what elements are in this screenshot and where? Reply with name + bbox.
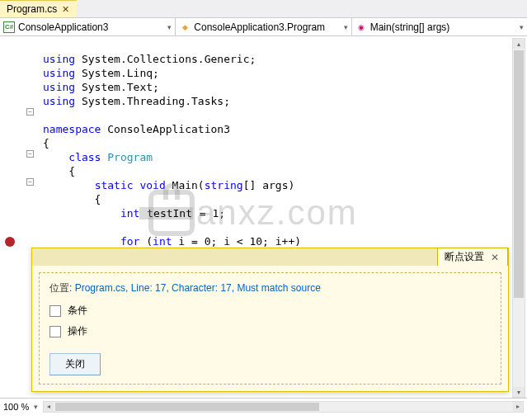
- scroll-left-icon[interactable]: ◂: [44, 402, 54, 412]
- fold-toggle[interactable]: −: [26, 178, 34, 186]
- csharp-icon: C#: [3, 21, 15, 33]
- breakpoint-gutter[interactable]: [0, 36, 25, 398]
- method-icon: ◉: [355, 21, 367, 33]
- status-bar: 100 % ▾ ◂ ▸: [0, 398, 527, 414]
- chevron-down-icon: ▾: [520, 23, 524, 31]
- chevron-down-icon[interactable]: ▾: [34, 403, 38, 411]
- action-row: 操作: [49, 324, 491, 338]
- action-checkbox[interactable]: [49, 326, 61, 337]
- horizontal-scrollbar[interactable]: ◂ ▸: [43, 401, 524, 413]
- navigation-bar: C# ConsoleApplication3 ▾ ◆ ConsoleApplic…: [0, 18, 527, 36]
- action-label: 操作: [68, 324, 87, 338]
- scope-dropdown[interactable]: C# ConsoleApplication3 ▾: [0, 18, 176, 35]
- chevron-down-icon: ▾: [344, 23, 348, 31]
- fold-toggle[interactable]: −: [26, 150, 34, 158]
- breakpoint-settings-popup: 断点设置 ✕ 位置: Program.cs, Line: 17, Charact…: [31, 248, 509, 392]
- chevron-down-icon: ▾: [167, 23, 172, 31]
- scroll-thumb[interactable]: [55, 403, 319, 411]
- close-icon[interactable]: ✕: [60, 4, 70, 14]
- scroll-thumb[interactable]: [514, 50, 524, 298]
- scope-text: ConsoleApplication3: [18, 21, 108, 33]
- condition-label: 条件: [68, 304, 87, 318]
- popup-header: 断点设置 ✕: [32, 248, 508, 266]
- condition-row: 条件: [49, 304, 491, 318]
- scroll-down-icon[interactable]: ▾: [513, 387, 525, 397]
- tab-filename: Program.cs: [7, 3, 57, 15]
- fold-toggle[interactable]: −: [26, 108, 34, 116]
- class-dropdown[interactable]: ◆ ConsoleApplication3.Program ▾: [176, 18, 351, 35]
- tab-bar: Program.cs ✕: [0, 0, 527, 18]
- location-label: 位置:: [49, 282, 72, 294]
- file-tab[interactable]: Program.cs ✕: [0, 0, 77, 17]
- condition-checkbox[interactable]: [49, 305, 61, 317]
- breakpoint-icon[interactable]: [5, 237, 15, 247]
- close-button[interactable]: 关闭: [49, 353, 101, 375]
- popup-body: 位置: Program.cs, Line: 17, Character: 17,…: [39, 272, 501, 385]
- location-line: 位置: Program.cs, Line: 17, Character: 17,…: [49, 281, 491, 295]
- method-text: Main(string[] args): [370, 21, 450, 33]
- vertical-scrollbar[interactable]: ▴ ▾: [512, 38, 525, 398]
- method-dropdown[interactable]: ◉ Main(string[] args) ▾: [352, 18, 527, 35]
- location-link[interactable]: Program.cs, Line: 17, Character: 17, Mus…: [72, 282, 320, 294]
- zoom-level[interactable]: 100 %: [3, 402, 29, 412]
- scroll-up-icon[interactable]: ▴: [513, 39, 525, 49]
- close-icon[interactable]: ✕: [489, 252, 501, 263]
- class-icon: ◆: [179, 21, 191, 33]
- popup-title: 断点设置 ✕: [437, 248, 508, 266]
- class-text: ConsoleApplication3.Program: [194, 21, 325, 33]
- scroll-right-icon[interactable]: ▸: [513, 402, 523, 412]
